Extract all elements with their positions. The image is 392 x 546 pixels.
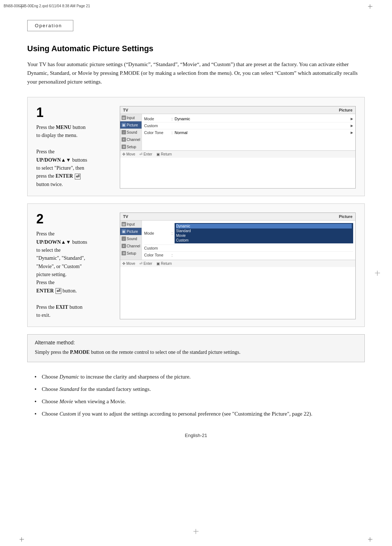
step-2-number: 2 bbox=[36, 213, 113, 226]
sidebar-item-sound: ♪ Sound bbox=[120, 129, 142, 136]
s2-row-mode-label: Mode bbox=[144, 231, 170, 235]
section-label: Operation bbox=[35, 23, 62, 28]
step-2-tv-screen: TV Picture ▤ Input ▦ Picture ♪ Sound bbox=[120, 213, 356, 319]
s2-sidebar-input: ▤ Input bbox=[120, 221, 142, 228]
section-header-box: Operation bbox=[27, 20, 73, 31]
s2-footer-move-label: Move bbox=[126, 262, 135, 266]
step-2-updown-bold: UP/DOWN▲▼ bbox=[36, 239, 71, 245]
s2-sidebar-picture-label: Picture bbox=[127, 230, 138, 234]
crosshair-top-left bbox=[18, 3, 25, 10]
sidebar-channel-label: Channel bbox=[127, 138, 140, 142]
s2-sidebar-sound-label: Sound bbox=[127, 237, 137, 241]
move-icon: ✜ bbox=[122, 152, 125, 156]
bullet-standard-italic: Standard bbox=[60, 386, 79, 392]
setup-icon: ⚙ bbox=[122, 145, 126, 149]
page-header: BN68-00633B-00Eng 2.qxd 6/11/04 8:38 AM … bbox=[0, 0, 392, 12]
crosshair-bottom-left bbox=[18, 536, 25, 543]
s2-sidebar-sound: ♪ Sound bbox=[120, 235, 142, 242]
step-1-updown-bold: UP/DOWN▲▼ bbox=[36, 157, 71, 163]
main-content: Operation Using Automatic Picture Settin… bbox=[27, 20, 365, 438]
step-1-tv-screen: TV Picture ▤ Input ▦ Picture ♪ Sound bbox=[120, 106, 356, 189]
s2-enter-icon: ⏎ bbox=[139, 262, 142, 266]
bullet-item-dynamic: Choose Dynamic to increase the clarity a… bbox=[34, 372, 365, 381]
step-2-tv-footer: ✜ Move ⏎ Enter ▣ Return bbox=[120, 260, 355, 267]
step-2-tv-main: Mode : Dynamic Standard Movie Custom bbox=[142, 221, 355, 260]
s2-sidebar-setup-label: Setup bbox=[127, 251, 136, 255]
dropdown-standard: Standard bbox=[176, 228, 352, 233]
s2-channel-icon: ≡ bbox=[122, 244, 126, 248]
tv-row-colortone-value: Normal bbox=[175, 130, 351, 135]
alternate-method-box: Alternate method: Simply press the P.MOD… bbox=[27, 334, 365, 362]
dropdown-dynamic: Dynamic bbox=[176, 224, 352, 228]
step-1-tv-titlebar: TV Picture bbox=[120, 106, 355, 114]
step-2-exit-bold: EXIT bbox=[56, 304, 68, 310]
step-2-tv-right-label: Picture bbox=[339, 214, 352, 219]
dropdown-custom: Custom bbox=[176, 238, 352, 243]
s2-sidebar-picture: ▦ Picture bbox=[120, 228, 142, 235]
file-info: BN68-00633B-00Eng 2.qxd 6/11/04 8:38 AM … bbox=[4, 4, 90, 8]
tv-row-mode-label: Mode bbox=[144, 117, 170, 121]
s2-row-mode-value: Dynamic Standard Movie Custom bbox=[175, 223, 353, 243]
step-1-box: 1 Press the MENU button to display the m… bbox=[27, 97, 365, 196]
footer-move: ✜ Move bbox=[122, 152, 135, 156]
bullet-movie-italic: Movie bbox=[60, 399, 73, 404]
tv-row-colortone-arrow: ▶ bbox=[351, 131, 353, 134]
tv-row-mode-value: Dynamic bbox=[175, 117, 351, 121]
s2-sidebar-channel: ≡ Channel bbox=[120, 242, 142, 250]
page-number: English-21 bbox=[185, 433, 207, 438]
step-1-tv-footer: ✜ Move ⏎ Enter ▣ Return bbox=[120, 150, 355, 158]
tv-row-colortone-label: Color Tone bbox=[144, 130, 170, 135]
dropdown-movie: Movie bbox=[176, 233, 352, 238]
footer-enter-label: Enter bbox=[143, 152, 152, 156]
s2-move-icon: ✜ bbox=[122, 262, 125, 266]
alternate-title: Alternate method: bbox=[35, 340, 357, 345]
sidebar-sound-label: Sound bbox=[127, 130, 137, 134]
s2-sidebar-channel-label: Channel bbox=[127, 244, 140, 248]
tv-dropdown: Dynamic Standard Movie Custom bbox=[175, 223, 353, 243]
step-2-left: 2 Press the UP/DOWN▲▼ buttons to select … bbox=[36, 213, 113, 319]
s2-row-colortone-colon: : bbox=[170, 253, 175, 257]
sidebar-setup-label: Setup bbox=[127, 145, 136, 149]
footer-move-label: Move bbox=[126, 152, 135, 156]
tv-row-custom: Custom ▶ bbox=[144, 122, 353, 129]
sidebar-item-channel: ≡ Channel bbox=[120, 136, 142, 143]
footer-enter: ⏎ Enter bbox=[139, 152, 152, 156]
s2-setup-icon: ⚙ bbox=[122, 251, 126, 255]
footer-return-label: Return bbox=[161, 152, 172, 156]
tv-row-colortone: Color Tone : Normal ▶ bbox=[144, 129, 353, 136]
tv-row-custom-label: Custom bbox=[144, 124, 170, 128]
tv-row-colortone-colon: : bbox=[170, 130, 175, 135]
crosshair-bottom-center bbox=[192, 528, 200, 535]
s2-row-colortone-label: Color Tone bbox=[144, 253, 170, 257]
step-2-enter-bold: ENTER ⏎ bbox=[36, 288, 61, 294]
intro-text: Your TV has four automatic picture setti… bbox=[27, 60, 365, 86]
footer-return: ▣ Return bbox=[156, 152, 172, 156]
sidebar-input-label: Input bbox=[127, 116, 135, 120]
s2-picture-icon: ▦ bbox=[122, 229, 126, 234]
step-2-box: 2 Press the UP/DOWN▲▼ buttons to select … bbox=[27, 203, 365, 327]
step-1-left: 1 Press the MENU button to display the m… bbox=[36, 106, 113, 189]
pmode-bold: P.MODE bbox=[70, 349, 90, 355]
s2-footer-return-label: Return bbox=[161, 262, 172, 266]
return-icon: ▣ bbox=[156, 152, 160, 156]
channel-icon: ≡ bbox=[122, 137, 126, 142]
step-1-tv-body: ▤ Input ▦ Picture ♪ Sound ≡ Channel bbox=[120, 114, 355, 150]
sidebar-item-picture: ▦ Picture bbox=[120, 121, 142, 129]
sidebar-item-input: ▤ Input bbox=[120, 114, 142, 121]
bullet-item-standard: Choose Standard for the standard factory… bbox=[34, 385, 365, 393]
input-icon: ▤ bbox=[122, 116, 126, 120]
s2-footer-return: ▣ Return bbox=[156, 262, 172, 266]
tv-row-mode-colon: : bbox=[170, 117, 175, 121]
sidebar-picture-label: Picture bbox=[127, 123, 138, 127]
sidebar-item-setup: ⚙ Setup bbox=[120, 143, 142, 150]
s2-footer-enter-label: Enter bbox=[143, 262, 152, 266]
s2-sidebar-setup: ⚙ Setup bbox=[120, 250, 142, 257]
step-1-tv-sidebar: ▤ Input ▦ Picture ♪ Sound ≡ Channel bbox=[120, 114, 142, 150]
enter-icon: ⏎ bbox=[139, 152, 142, 156]
s2-row-custom-label: Custom bbox=[144, 246, 170, 250]
bullet-item-custom: Choose Custom if you want to adjust the … bbox=[34, 409, 365, 418]
page-footer: English-21 bbox=[27, 433, 365, 438]
step-1-text: Press the MENU button to display the men… bbox=[36, 124, 113, 189]
step-2-tv-sidebar: ▤ Input ▦ Picture ♪ Sound ≡ Channel bbox=[120, 221, 142, 260]
tv-row-mode: Mode : Dynamic ▶ bbox=[144, 116, 353, 122]
